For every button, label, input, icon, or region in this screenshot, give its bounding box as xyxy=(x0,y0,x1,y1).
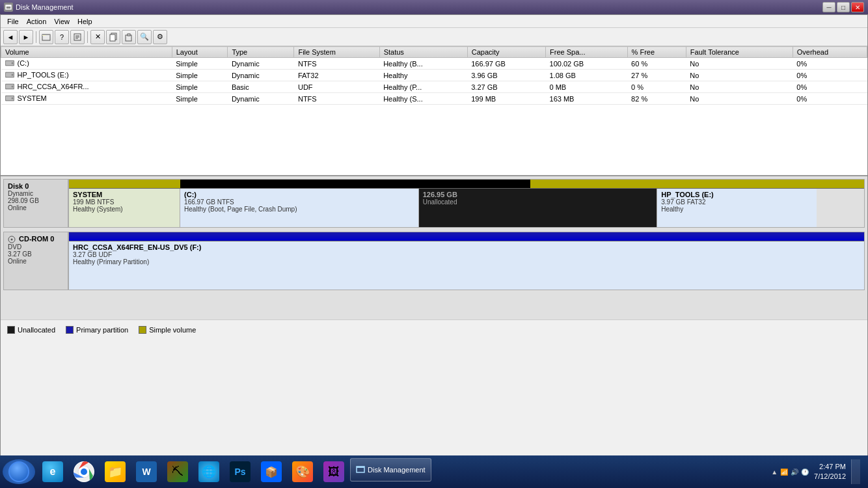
img-icon: 🖼 xyxy=(323,461,344,482)
start-button[interactable] xyxy=(3,459,35,484)
cell-pctfree: 60 % xyxy=(627,58,686,70)
toolbar-open[interactable] xyxy=(39,30,53,44)
cell-capacity: 166.97 GB xyxy=(467,58,545,70)
toolbar: ◄ ► ? ✕ 🔍 ⚙ xyxy=(1,28,867,46)
cell-status: Healthy (B... xyxy=(379,58,467,70)
toolbar-copy[interactable] xyxy=(106,30,120,44)
partition-hp-tools[interactable]: HP_TOOLS (E:) 3.97 GB FAT32 Healthy xyxy=(657,189,816,227)
cell-status: Healthy (P... xyxy=(379,81,467,93)
legend-primary: Primary partition xyxy=(66,326,128,334)
col-free[interactable]: Free Spa... xyxy=(546,47,628,58)
cell-layout: Simple xyxy=(172,70,228,81)
cell-fault: No xyxy=(686,58,793,70)
toolbar-sep-1 xyxy=(36,31,36,43)
toolbar-search[interactable]: 🔍 xyxy=(137,30,152,44)
col-overhead[interactable]: Overhead xyxy=(793,47,867,58)
toolbar-paste[interactable] xyxy=(122,30,136,44)
taskbar-ps[interactable]: Ps xyxy=(225,458,255,485)
cell-free: 100.02 GB xyxy=(546,58,628,70)
toolbar-delete[interactable]: ✕ xyxy=(90,30,105,44)
partition-c[interactable]: (C:) 166.97 GB NTFS Healthy (Boot, Page … xyxy=(180,189,419,227)
partition-system[interactable]: SYSTEM 199 MB NTFS Healthy (System) xyxy=(69,189,180,227)
cell-type: Dynamic xyxy=(228,93,294,105)
partition-cdrom-size: 3.27 GB UDF xyxy=(73,251,860,258)
cell-capacity: 199 MB xyxy=(467,93,545,105)
cdrom-0-label: CD-ROM 0 DVD 3.27 GB Online xyxy=(3,232,68,290)
taskbar-ie[interactable]: e xyxy=(38,458,68,485)
col-capacity[interactable]: Capacity xyxy=(467,47,545,58)
show-desktop-btn[interactable] xyxy=(851,459,860,484)
cdrom-0-size: 3.27 GB xyxy=(8,251,64,258)
active-window-label: Disk Management xyxy=(368,466,426,474)
minimize-button[interactable]: ─ xyxy=(822,2,835,12)
taskbar-dropbox[interactable]: 📦 xyxy=(256,458,286,485)
diskman-icon xyxy=(356,465,365,474)
tray-network: 📶 xyxy=(780,468,788,476)
table-row[interactable]: SYSTEM Simple Dynamic NTFS Healthy (S...… xyxy=(1,93,867,105)
taskbar-globe[interactable]: 🌐 xyxy=(194,458,224,485)
svg-point-30 xyxy=(81,468,87,475)
cdrom-0-type: DVD xyxy=(8,243,64,251)
disk-0-header xyxy=(69,180,864,189)
tray-arrow[interactable]: ▲ xyxy=(771,468,778,476)
col-fault[interactable]: Fault Tolerance xyxy=(686,47,793,58)
cell-volume: SYSTEM xyxy=(1,93,172,105)
cell-fault: No xyxy=(686,81,793,93)
cell-layout: Simple xyxy=(172,81,228,93)
table-row[interactable]: (C:) Simple Dynamic NTFS Healthy (B... 1… xyxy=(1,58,867,70)
cell-fault: No xyxy=(686,70,793,81)
menu-view[interactable]: View xyxy=(50,17,74,26)
partition-hp-name: HP_TOOLS (E:) xyxy=(661,191,812,198)
menu-bar: File Action View Help xyxy=(1,15,867,28)
disk-0-type: Dynamic xyxy=(8,190,64,197)
cell-free: 0 MB xyxy=(546,81,628,93)
toolbar-settings[interactable]: ⚙ xyxy=(153,30,167,44)
menu-action[interactable]: Action xyxy=(23,17,51,26)
col-type[interactable]: Type xyxy=(228,47,294,58)
cell-fs: NTFS xyxy=(294,93,379,105)
svg-point-24 xyxy=(11,98,13,100)
taskbar-minecraft[interactable]: ⛏ xyxy=(163,458,193,485)
toolbar-sep-2 xyxy=(87,31,88,43)
partition-system-name: SYSTEM xyxy=(73,191,176,198)
sys-tray: ▲ 📶 🔊 🕐 xyxy=(771,468,809,476)
partition-cdrom-status: Healthy (Primary Partition) xyxy=(73,258,860,265)
table-row[interactable]: HRC_CCSA_X64FR... Simple Basic UDF Healt… xyxy=(1,81,867,93)
partition-hp-size: 3.97 GB FAT32 xyxy=(661,198,812,206)
partition-unallocated[interactable]: 126.95 GB Unallocated xyxy=(419,189,658,227)
col-filesystem[interactable]: File System xyxy=(294,47,379,58)
maximize-button[interactable]: □ xyxy=(837,2,850,12)
minecraft-icon: ⛏ xyxy=(167,461,188,482)
legend-box-unallocated xyxy=(7,326,15,334)
taskbar-word[interactable]: W xyxy=(131,458,161,485)
taskbar-folder[interactable]: 📁 xyxy=(100,458,130,485)
taskbar-chrome[interactable] xyxy=(69,458,99,485)
window-title: Disk Management xyxy=(16,3,74,11)
svg-point-15 xyxy=(11,62,13,64)
system-clock[interactable]: 2:47 PM 7/12/2012 xyxy=(814,462,846,482)
disk-0-partition-row: SYSTEM 199 MB NTFS Healthy (System) (C:)… xyxy=(69,189,864,227)
taskbar-img[interactable]: 🖼 xyxy=(319,458,349,485)
menu-help[interactable]: Help xyxy=(74,17,96,26)
toolbar-back[interactable]: ◄ xyxy=(3,30,18,44)
tray-volume: 🔊 xyxy=(791,468,798,476)
toolbar-forward[interactable]: ► xyxy=(19,30,33,44)
menu-file[interactable]: File xyxy=(3,17,23,26)
partition-cdrom[interactable]: HRC_CCSA_X64FRE_EN-US_DV5 (F:) 3.27 GB U… xyxy=(69,241,864,290)
partition-hp-status: Healthy xyxy=(661,206,812,213)
volume-table-area: Volume Layout Type File System Status Ca… xyxy=(1,46,867,176)
toolbar-props[interactable] xyxy=(70,30,85,44)
disk-0-status: Online xyxy=(8,204,64,211)
svg-point-26 xyxy=(11,239,13,241)
active-window-diskman[interactable]: Disk Management xyxy=(350,458,431,481)
title-bar: Disk Management ─ □ ✕ xyxy=(0,0,868,14)
close-button[interactable]: ✕ xyxy=(851,2,864,12)
col-status[interactable]: Status xyxy=(379,47,467,58)
table-row[interactable]: HP_TOOLS (E:) Simple Dynamic FAT32 Healt… xyxy=(1,70,867,81)
toolbar-help[interactable]: ? xyxy=(55,30,69,44)
col-pctfree[interactable]: % Free xyxy=(627,47,686,58)
col-volume[interactable]: Volume xyxy=(1,47,172,58)
window-icon xyxy=(4,3,13,12)
col-layout[interactable]: Layout xyxy=(172,47,228,58)
taskbar-paint[interactable]: 🎨 xyxy=(288,458,318,485)
